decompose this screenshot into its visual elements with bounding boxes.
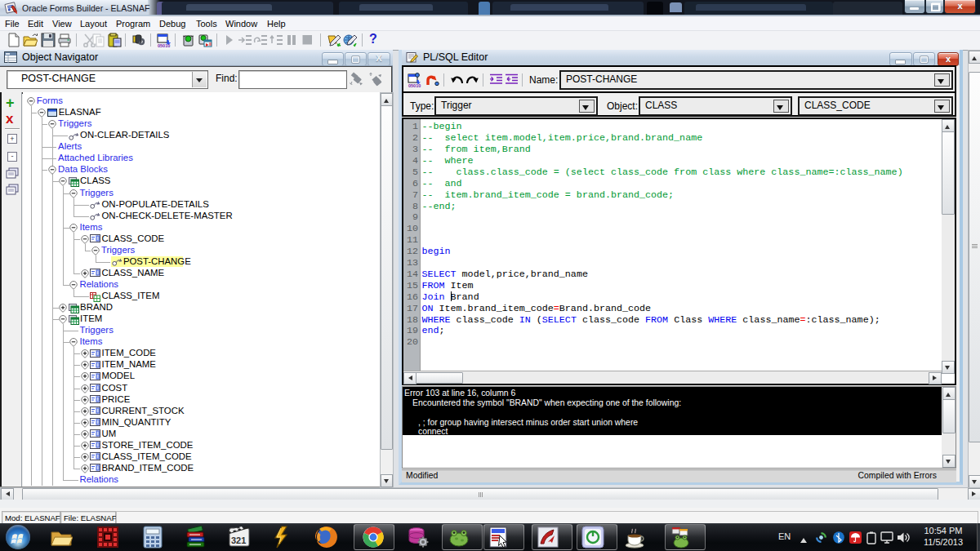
svg-text:05010: 05010 xyxy=(158,43,170,48)
svg-text:321: 321 xyxy=(231,535,246,545)
svg-text:05010: 05010 xyxy=(408,83,421,88)
